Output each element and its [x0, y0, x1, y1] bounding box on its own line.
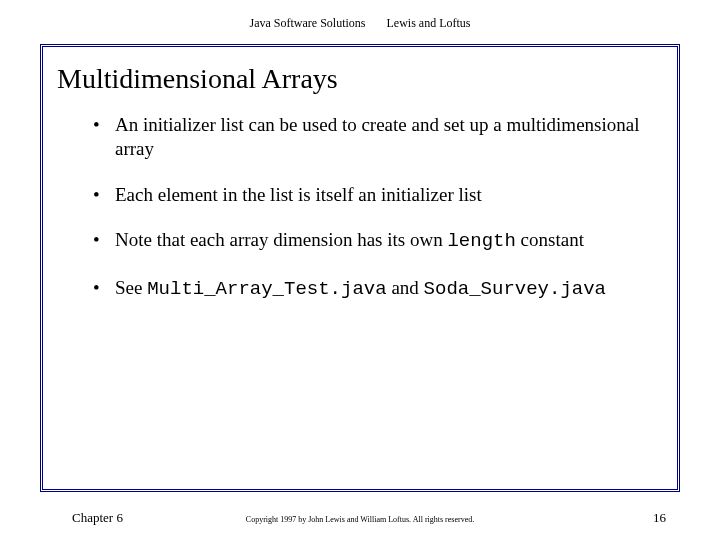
slide-title: Multidimensional Arrays	[57, 63, 677, 95]
bullet-item: An initializer list can be used to creat…	[93, 113, 647, 161]
header-authors: Lewis and Loftus	[387, 16, 471, 31]
bullet-item: Note that each array dimension has its o…	[93, 228, 647, 254]
bullet-text: An initializer list can be used to creat…	[115, 114, 639, 159]
footer-copyright: Copyright 1997 by John Lewis and William…	[0, 515, 720, 524]
bullet-text: Note that each array dimension has its o…	[115, 229, 447, 250]
bullet-list: An initializer list can be used to creat…	[93, 113, 647, 302]
bullet-text: See	[115, 277, 147, 298]
code-literal: Soda_Survey.java	[424, 278, 606, 300]
bullet-text: constant	[516, 229, 584, 250]
bullet-item: Each element in the list is itself an in…	[93, 183, 647, 207]
slide-header: Java Software Solutions Lewis and Loftus	[0, 0, 720, 41]
bullet-text: Each element in the list is itself an in…	[115, 184, 482, 205]
code-literal: length	[447, 230, 515, 252]
slide-footer: Chapter 6 Copyright 1997 by John Lewis a…	[0, 506, 720, 526]
header-book-title: Java Software Solutions	[250, 16, 366, 31]
bullet-text: and	[387, 277, 424, 298]
slide-frame: Multidimensional Arrays An initializer l…	[40, 44, 680, 492]
footer-page-number: 16	[653, 510, 666, 526]
code-literal: Multi_Array_Test.java	[147, 278, 386, 300]
bullet-item: See Multi_Array_Test.java and Soda_Surve…	[93, 276, 647, 302]
